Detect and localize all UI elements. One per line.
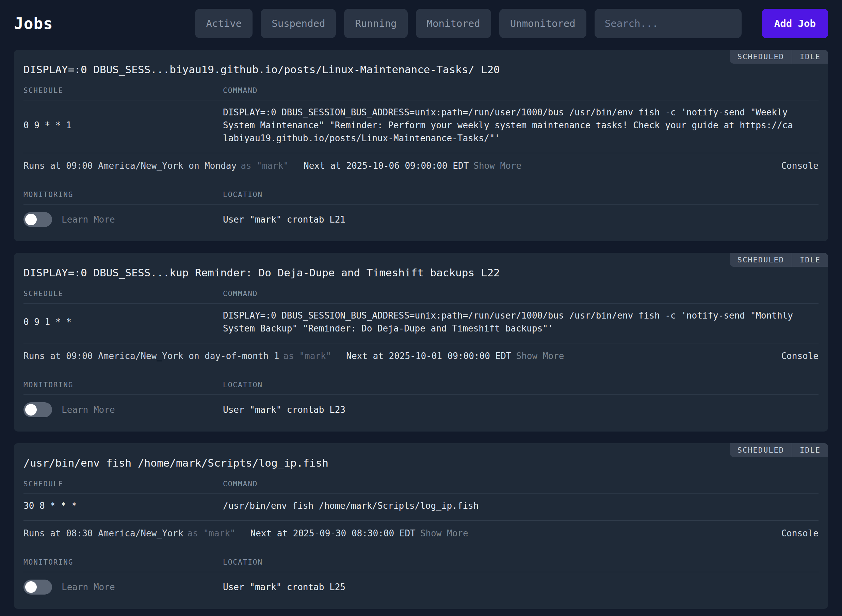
job-location: User "mark" crontab L21: [223, 213, 819, 226]
filter-button-active[interactable]: Active: [195, 9, 252, 38]
command-column-header: COMMAND: [223, 87, 819, 95]
runs-as-user: as "mark": [188, 528, 236, 538]
runs-as-user: as "mark": [283, 351, 331, 361]
schedule-command-row: 0 9 1 * * DISPLAY=:0 DBUS_SESSION_BUS_AD…: [23, 304, 819, 343]
job-schedule-expression: 0 9 1 * *: [23, 315, 223, 329]
schedule-command-header-row: SCHEDULE COMMAND: [23, 87, 819, 100]
command-column-header: COMMAND: [223, 290, 819, 298]
runs-info-text: Runs at 08:30 America/New_Yorkas "mark"N…: [23, 528, 468, 538]
toggle-knob: [25, 214, 37, 225]
job-location: User "mark" crontab L23: [223, 403, 819, 416]
job-title: DISPLAY=:0 DBUS_SESS...biyau19.github.io…: [23, 63, 819, 76]
learn-more-link[interactable]: Learn More: [62, 403, 115, 416]
runs-info-text: Runs at 09:00 America/New_York on day-of…: [23, 351, 564, 361]
schedule-command-row: 30 8 * * * /usr/bin/env fish /home/mark/…: [23, 494, 819, 521]
learn-more-link[interactable]: Learn More: [62, 581, 115, 594]
schedule-column-header: SCHEDULE: [23, 87, 223, 95]
monitoring-toggle[interactable]: [23, 212, 52, 227]
monitoring-location-header-row: MONITORING LOCATION: [23, 367, 819, 395]
console-link[interactable]: Console: [781, 528, 819, 538]
status-badge-idle: IDLE: [792, 50, 828, 64]
jobs-list: SCHEDULED IDLE DISPLAY=:0 DBUS_SESS...bi…: [0, 45, 842, 609]
monitoring-location-row: Learn More User "mark" crontab L21: [23, 205, 819, 229]
job-schedule-expression: 0 9 * * 1: [23, 119, 223, 132]
status-badge-idle: IDLE: [792, 443, 828, 457]
monitoring-cell: Learn More: [23, 402, 223, 417]
monitoring-location-header-row: MONITORING LOCATION: [23, 177, 819, 205]
monitoring-location-row: Learn More User "mark" crontab L23: [23, 395, 819, 419]
learn-more-link[interactable]: Learn More: [62, 213, 115, 226]
job-card: SCHEDULED IDLE DISPLAY=:0 DBUS_SESS...bi…: [14, 50, 828, 241]
show-more-link[interactable]: Show More: [474, 161, 521, 171]
runs-at-text: Runs at 09:00 America/New_York on Monday: [23, 161, 236, 171]
monitoring-location-row: Learn More User "mark" crontab L25: [23, 572, 819, 597]
job-command: /usr/bin/env fish /home/mark/Scripts/log…: [223, 499, 793, 512]
location-column-header: LOCATION: [223, 558, 819, 566]
job-title: /usr/bin/env fish /home/mark/Scripts/log…: [23, 457, 819, 469]
job-command: DISPLAY=:0 DBUS_SESSION_BUS_ADDRESS=unix…: [223, 106, 793, 145]
job-status-badges: SCHEDULED IDLE: [730, 443, 828, 457]
search-input[interactable]: [594, 9, 742, 38]
add-job-button[interactable]: Add Job: [762, 9, 828, 38]
runs-info-row: Runs at 09:00 America/New_York on day-of…: [23, 343, 819, 367]
command-column-header: COMMAND: [223, 480, 819, 488]
runs-as-user: as "mark": [241, 161, 289, 171]
filter-button-suspended[interactable]: Suspended: [261, 9, 336, 38]
status-badge-idle: IDLE: [792, 253, 828, 267]
toggle-knob: [25, 404, 37, 415]
job-title: DISPLAY=:0 DBUS_SESS...kup Reminder: Do …: [23, 267, 819, 279]
schedule-column-header: SCHEDULE: [23, 290, 223, 298]
monitoring-toggle[interactable]: [23, 579, 52, 594]
next-run-text: Next at 2025-10-01 09:00:00 EDT: [346, 351, 511, 361]
show-more-link[interactable]: Show More: [420, 528, 468, 538]
monitoring-column-header: MONITORING: [23, 191, 223, 199]
page-header: Jobs Active Suspended Running Monitored …: [0, 0, 842, 45]
location-column-header: LOCATION: [223, 381, 819, 389]
job-status-badges: SCHEDULED IDLE: [730, 253, 828, 267]
monitoring-location-header-row: MONITORING LOCATION: [23, 544, 819, 572]
monitoring-toggle[interactable]: [23, 402, 52, 417]
schedule-command-row: 0 9 * * 1 DISPLAY=:0 DBUS_SESSION_BUS_AD…: [23, 100, 819, 153]
runs-at-text: Runs at 08:30 America/New_York: [23, 528, 183, 538]
console-link[interactable]: Console: [781, 161, 819, 171]
job-card: SCHEDULED IDLE /usr/bin/env fish /home/m…: [14, 443, 828, 609]
filter-button-running[interactable]: Running: [344, 9, 407, 38]
monitoring-column-header: MONITORING: [23, 558, 223, 566]
schedule-column-header: SCHEDULE: [23, 480, 223, 488]
location-column-header: LOCATION: [223, 191, 819, 199]
status-badge-scheduled: SCHEDULED: [730, 253, 792, 267]
job-card: SCHEDULED IDLE DISPLAY=:0 DBUS_SESS...ku…: [14, 253, 828, 431]
monitoring-column-header: MONITORING: [23, 381, 223, 389]
header-controls: Active Suspended Running Monitored Unmon…: [195, 9, 828, 38]
status-badge-scheduled: SCHEDULED: [730, 50, 792, 64]
monitoring-cell: Learn More: [23, 579, 223, 594]
next-run-text: Next at 2025-09-30 08:30:00 EDT: [251, 528, 415, 538]
runs-info-row: Runs at 08:30 America/New_Yorkas "mark"N…: [23, 521, 819, 544]
schedule-command-header-row: SCHEDULE COMMAND: [23, 480, 819, 494]
schedule-command-header-row: SCHEDULE COMMAND: [23, 290, 819, 304]
show-more-link[interactable]: Show More: [516, 351, 564, 361]
runs-info-row: Runs at 09:00 America/New_York on Monday…: [23, 153, 819, 177]
page-title: Jobs: [14, 14, 53, 33]
job-location: User "mark" crontab L25: [223, 581, 819, 594]
filter-button-monitored[interactable]: Monitored: [416, 9, 491, 38]
job-status-badges: SCHEDULED IDLE: [730, 50, 828, 64]
filter-button-unmonitored[interactable]: Unmonitored: [499, 9, 587, 38]
next-run-text: Next at 2025-10-06 09:00:00 EDT: [304, 161, 469, 171]
runs-info-text: Runs at 09:00 America/New_York on Monday…: [23, 161, 521, 171]
toggle-knob: [25, 581, 37, 593]
job-schedule-expression: 30 8 * * *: [23, 499, 223, 512]
runs-at-text: Runs at 09:00 America/New_York on day-of…: [23, 351, 279, 361]
status-badge-scheduled: SCHEDULED: [730, 443, 792, 457]
job-command: DISPLAY=:0 DBUS_SESSION_BUS_ADDRESS=unix…: [223, 309, 793, 335]
console-link[interactable]: Console: [781, 351, 819, 361]
monitoring-cell: Learn More: [23, 212, 223, 227]
